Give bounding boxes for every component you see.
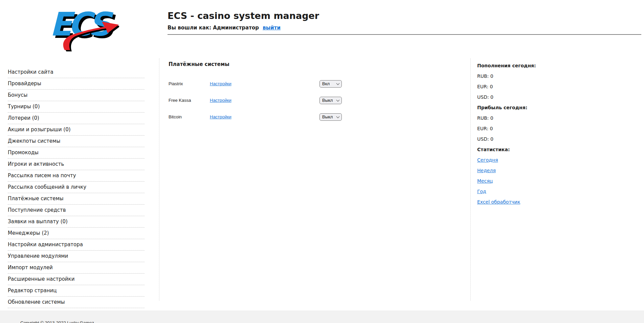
sidebar-item-module-management[interactable]: Управление модулями <box>8 251 145 262</box>
sidebar-item-jackpots[interactable]: Джекпоты системы <box>8 136 145 147</box>
stats-link-excel[interactable]: Excel обработчик <box>477 199 520 205</box>
sidebar-item-bonuses[interactable]: Бонусы <box>8 90 145 101</box>
statistics-heading: Статистика: <box>477 147 579 153</box>
sidebar-main-divider <box>159 59 159 301</box>
sidebar-item-payout-requests[interactable]: Заявки на выплату (0) <box>8 216 145 228</box>
payment-settings-link[interactable]: Настройки <box>210 114 231 119</box>
profit-usd: USD: 0 <box>477 136 579 142</box>
sidebar-menu: Настройки сайта Провайдеры Бонусы Турнир… <box>8 67 145 308</box>
payment-name: Piastrix <box>169 81 210 86</box>
payment-state-select[interactable]: Выкл <box>319 113 342 121</box>
payment-state-select-wrap: Выкл <box>319 113 342 121</box>
logout-link[interactable]: выйти <box>263 25 281 31</box>
footer: Copyright © 2013-2022 Lucky Gamez <box>0 310 644 323</box>
sidebar-item-players-activity[interactable]: Игроки и активность <box>8 159 145 170</box>
sidebar-item-module-import[interactable]: Импорт модулей <box>8 262 145 274</box>
deposits-rub: RUB: 0 <box>477 73 579 79</box>
payment-row-bitcoin: Bitcoin Настройки Выкл <box>169 109 342 125</box>
footer-copyright: Copyright © 2013-2022 Lucky Gamez <box>20 320 94 323</box>
sidebar-item-site-settings[interactable]: Настройки сайта <box>8 67 145 78</box>
stats-panel: Пополнения сегодня: RUB: 0 EUR: 0 USD: 0… <box>477 63 579 210</box>
sidebar-item-page-editor[interactable]: Редактор страниц <box>8 285 145 297</box>
login-status: Вы вошли как: Администратор выйти <box>168 25 641 31</box>
profit-eur: EUR: 0 <box>477 126 579 132</box>
sidebar-item-incoming-funds[interactable]: Поступление средств <box>8 205 145 216</box>
sidebar-item-tournaments[interactable]: Турниры (0) <box>8 101 145 113</box>
payment-row-free-kassa: Free Kassa Настройки Выкл <box>169 92 342 109</box>
page-title: ECS - casino system manager <box>168 11 641 21</box>
stats-link-week[interactable]: Неделя <box>477 168 496 174</box>
admin-page: { "header": { "logo_text": "ECS", "title… <box>0 0 644 323</box>
sidebar-item-managers[interactable]: Менеджеры (2) <box>8 228 145 239</box>
deposits-eur: EUR: 0 <box>477 84 579 90</box>
sidebar-item-lotteries[interactable]: Лотереи (0) <box>8 113 145 124</box>
login-status-text: Вы вошли как: Администратор <box>168 25 259 31</box>
profit-rub: RUB: 0 <box>477 115 579 121</box>
sidebar-item-promocodes[interactable]: Промокоды <box>8 147 145 159</box>
ecs-logo-image: ECS ECS <box>47 4 119 51</box>
payment-systems-list: Piastrix Настройки Вкл Free Kassa Настро… <box>169 75 460 125</box>
payment-row-piastrix: Piastrix Настройки Вкл <box>169 75 342 92</box>
sidebar-item-promotions[interactable]: Акции и розыгрыши (0) <box>8 124 145 136</box>
payment-name: Free Kassa <box>169 98 210 103</box>
sidebar-item-advanced-settings[interactable]: Расширенные настройки <box>8 274 145 285</box>
ecs-logo: ECS ECS <box>47 4 119 51</box>
payment-state-select-wrap: Вкл <box>319 80 342 88</box>
deposits-usd: USD: 0 <box>477 94 579 100</box>
header: ECS - casino system manager Вы вошли как… <box>168 11 641 38</box>
sidebar-item-pm-mailing[interactable]: Рассылка сообщений в личку <box>8 182 145 193</box>
stats-link-year[interactable]: Год <box>477 189 486 194</box>
stats-link-today[interactable]: Сегодня <box>477 157 498 163</box>
payment-state-select-wrap: Выкл <box>319 97 342 104</box>
sidebar-item-admin-settings[interactable]: Настройки администратора <box>8 239 145 251</box>
main-stats-divider <box>470 59 471 301</box>
payment-name: Bitcoin <box>169 114 210 119</box>
payment-settings-link[interactable]: Настройки <box>210 98 231 103</box>
sidebar-item-providers[interactable]: Провайдеры <box>8 78 145 90</box>
sidebar-item-email-mailing[interactable]: Рассылка писем на почту <box>8 170 145 182</box>
sidebar-item-system-update[interactable]: Обновление системы <box>8 297 145 308</box>
header-divider <box>168 34 641 35</box>
main-heading: Платёжные системы <box>169 61 460 68</box>
deposits-today-heading: Пополнения сегодня: <box>477 63 579 69</box>
payment-state-select[interactable]: Выкл <box>319 97 342 104</box>
sidebar-item-payment-systems[interactable]: Платёжные системы <box>8 193 145 205</box>
payment-settings-link[interactable]: Настройки <box>210 81 231 86</box>
main-content: Платёжные системы Piastrix Настройки Вкл… <box>169 61 460 125</box>
profit-today-heading: Прибыль сегодня: <box>477 105 579 111</box>
stats-link-month[interactable]: Месяц <box>477 178 493 184</box>
payment-state-select[interactable]: Вкл <box>319 80 342 88</box>
